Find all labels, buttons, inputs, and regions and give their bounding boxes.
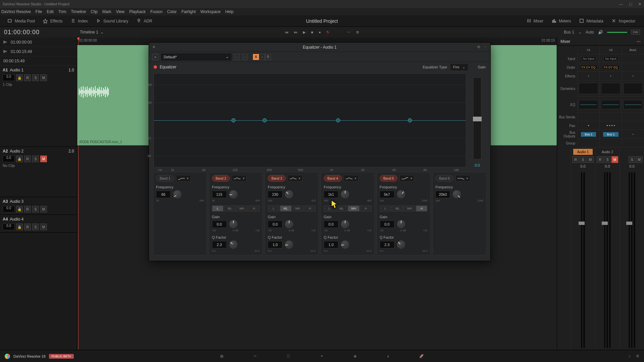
power-button[interactable]	[154, 65, 157, 69]
band-shape-selector[interactable]: ▼	[288, 175, 303, 182]
input-select[interactable]: No Input	[603, 56, 618, 61]
next-button[interactable]: ⏭	[294, 30, 298, 34]
solo-button[interactable]: S	[580, 156, 586, 163]
loop-button[interactable]: ↻	[326, 30, 329, 35]
mute-button[interactable]: M	[611, 156, 618, 163]
record-arm-button[interactable]: R	[597, 156, 603, 163]
eq-node-4[interactable]	[336, 118, 340, 122]
prev-button[interactable]: ⏮	[285, 30, 288, 34]
gain-value[interactable]: 0.0	[268, 221, 282, 228]
ab-copy-button[interactable]: →	[259, 54, 265, 60]
close-window-icon[interactable]: ✕	[638, 2, 641, 6]
band-enable-toggle[interactable]: Band 2	[212, 175, 230, 182]
gain-knob[interactable]	[229, 220, 238, 229]
page-fusion-icon[interactable]: ✦	[320, 354, 323, 358]
freq-range-ml[interactable]: ML	[392, 205, 403, 212]
track-volume[interactable]: 0.0	[3, 206, 15, 213]
master-gain-slider[interactable]	[473, 77, 481, 159]
mute-button[interactable]: M	[40, 156, 47, 162]
track-header-a3[interactable]: A3 Audio 3 0.0 🔒 R S M	[0, 197, 77, 215]
menu-item[interactable]: DaVinci Resolve	[1, 9, 31, 14]
mute-button[interactable]: M	[40, 74, 47, 81]
freq-value[interactable]: 66	[156, 191, 171, 198]
band-shape-selector[interactable]: ▼	[455, 175, 470, 182]
order-chip[interactable]: FX DY EQ	[602, 65, 620, 70]
add-effect-button[interactable]: +	[588, 74, 589, 78]
menu-item[interactable]: Help	[225, 9, 233, 14]
input-select[interactable]: No Input	[581, 56, 596, 61]
eq-node-3[interactable]	[263, 118, 267, 122]
ab-a-button[interactable]: A	[253, 54, 259, 60]
more-icon[interactable]: ⋯	[637, 39, 641, 44]
freq-knob[interactable]	[340, 190, 350, 199]
play-icon[interactable]	[3, 41, 7, 44]
lock-icon[interactable]: 🔒	[16, 74, 23, 81]
home-icon[interactable]: ⌂	[628, 354, 631, 358]
menu-item[interactable]: Playback	[129, 9, 146, 14]
media-pool-button[interactable]: Media Pool	[4, 17, 38, 25]
record-arm-button[interactable]: R	[24, 224, 31, 230]
freq-range-mh[interactable]: MH	[236, 205, 248, 212]
band-enable-toggle[interactable]: Band 1	[156, 175, 174, 182]
freq-value[interactable]: 115	[212, 191, 227, 198]
solo-button[interactable]: S	[32, 206, 39, 213]
record-arm-button[interactable]: R	[24, 74, 31, 81]
q-value[interactable]: 1.0	[268, 241, 282, 248]
freq-value[interactable]: 230	[268, 191, 282, 198]
play-button[interactable]: ▶	[303, 30, 306, 35]
dim-button[interactable]: DIM	[631, 30, 640, 35]
q-knob[interactable]	[340, 240, 350, 249]
freq-range-ml[interactable]: ML	[336, 205, 347, 212]
solo-button[interactable]: S	[604, 156, 611, 163]
channel-strip-bus1[interactable]: RSM 0.0	[620, 147, 644, 349]
menu-item[interactable]: Trim	[58, 9, 66, 14]
mixer-channel-a1[interactable]: A1 No Input FX DY EQ + Bus 1	[577, 46, 599, 147]
add-effect-button[interactable]: +	[632, 74, 634, 78]
pan-control[interactable]	[588, 125, 589, 126]
page-edit-icon[interactable]: ☷	[287, 354, 290, 358]
track-volume[interactable]: 0.0	[3, 156, 15, 162]
freq-range-h[interactable]: H	[360, 205, 372, 212]
freq-range-h[interactable]: H	[416, 205, 427, 212]
gain-value[interactable]: 0.0	[324, 221, 338, 228]
menu-item[interactable]: View	[116, 9, 125, 14]
gain-knob[interactable]	[284, 220, 294, 229]
add-effect-button[interactable]: +	[610, 74, 611, 78]
record-arm-button[interactable]: R	[24, 206, 31, 213]
menu-item[interactable]: Timeline	[71, 9, 86, 14]
channel-strip-a2[interactable]: Audio 2 RSM 0.0	[595, 147, 620, 349]
track-volume[interactable]: 0.0	[3, 224, 15, 230]
menu-item[interactable]: Mark	[102, 9, 111, 14]
dialog-titlebar[interactable]: ✕ Equalizer - Audio 1 ⟲⋯	[149, 43, 490, 52]
q-knob[interactable]	[284, 240, 294, 249]
page-media-icon[interactable]: ▦	[220, 354, 223, 358]
mute-button[interactable]: M	[587, 156, 594, 163]
q-value[interactable]: 2.3	[212, 241, 227, 248]
q-knob[interactable]	[229, 240, 238, 249]
band-shape-selector[interactable]: ▼	[399, 175, 414, 182]
freq-range-l[interactable]: L	[212, 205, 223, 212]
lock-icon[interactable]: 🔒	[16, 206, 23, 213]
minimize-icon[interactable]: —	[619, 2, 623, 6]
page-fairlight-icon[interactable]: ♪	[387, 354, 389, 358]
menu-item[interactable]: File	[36, 9, 42, 14]
track-header-a1[interactable]: A1 Audio 11.0 0.0 🔒 R S M 1 Clip	[0, 66, 77, 147]
settings-icon[interactable]: ⚙	[356, 30, 359, 35]
page-deliver-icon[interactable]: 🚀	[419, 354, 424, 358]
menu-item[interactable]: Edit	[47, 9, 54, 14]
more-icon[interactable]: ⋯	[483, 45, 487, 49]
lock-icon[interactable]: 🔒	[16, 156, 23, 162]
freq-value[interactable]: 5k7	[380, 191, 394, 198]
eq-mini[interactable]	[579, 100, 598, 109]
bus-selector[interactable]: Bus 1	[564, 30, 574, 35]
freq-range-h[interactable]: H	[248, 205, 260, 212]
menu-item[interactable]: Clip	[91, 9, 98, 14]
solo-button[interactable]: S	[32, 156, 39, 162]
prev-preset-button[interactable]: ‹	[234, 54, 239, 60]
meters-button[interactable]: Meters	[548, 17, 575, 25]
band-shape-selector[interactable]: ▼	[176, 175, 191, 182]
automation-icon[interactable]: 〰	[347, 30, 351, 34]
mute-button[interactable]: M	[40, 224, 47, 230]
type-selector[interactable]: Fire⌄	[450, 64, 468, 70]
freq-range-l[interactable]: L	[324, 205, 335, 212]
